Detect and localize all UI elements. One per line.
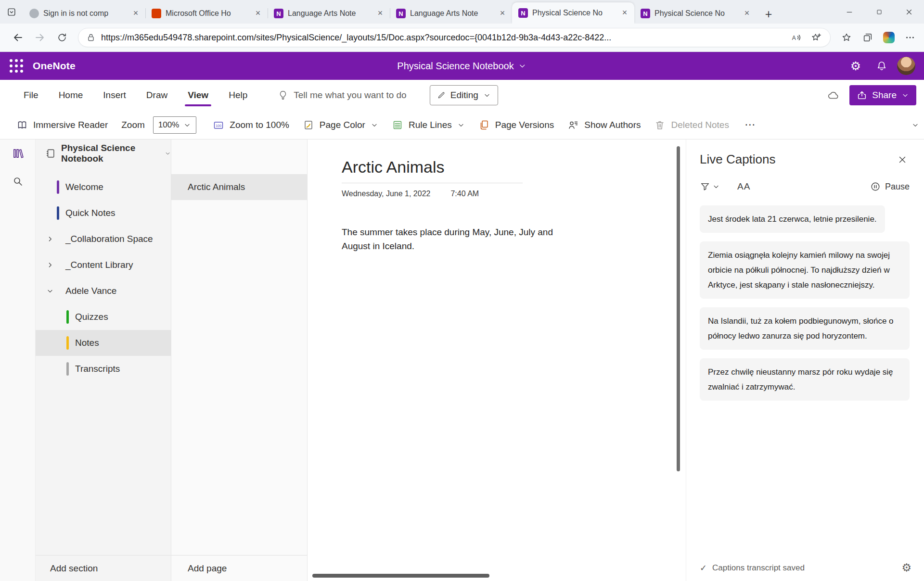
close-window-button[interactable] [894,0,924,24]
page-versions-label: Page Versions [495,120,554,130]
chevron-down-icon [518,62,527,70]
vertical-scrollbar[interactable] [677,146,680,471]
section-group-adele-vance[interactable]: Adele Vance [36,278,171,304]
tab-close-icon[interactable]: × [619,7,630,19]
section-quizzes[interactable]: Quizzes [36,304,171,330]
sync-status-cloud-icon[interactable] [822,84,845,106]
section-group-collaboration-space[interactable]: _Collaboration Space [36,226,171,252]
editing-mode-dropdown[interactable]: Editing [430,85,498,105]
section-transcripts[interactable]: Transcripts [36,356,171,382]
add-favorite-icon[interactable] [806,27,826,48]
chevron-down-icon [371,121,378,129]
browser-tab-language-arts-2[interactable]: Language Arts Note × [390,3,512,24]
immersive-reader-button[interactable]: Immersive Reader [10,111,115,139]
caption-language-dropdown[interactable] [700,181,720,192]
tab-close-icon[interactable]: × [374,8,386,19]
menu-insert[interactable]: Insert [93,80,136,111]
note-text[interactable]: The summer takes place during May, June,… [342,225,582,253]
app-launcher-icon[interactable] [5,54,28,77]
section-notes-selected[interactable]: Notes [36,330,171,356]
font-size-icon[interactable]: AA [737,181,750,192]
browser-tab-office-home[interactable]: Microsoft Office Ho × [145,3,268,24]
captions-settings-gear-icon[interactable]: ⚙ [901,562,911,573]
maximize-button[interactable] [864,0,894,24]
tab-title: Sign in is not comp [43,9,126,18]
url-text[interactable]: https://m365edu549478.sharepoint.com/sit… [101,33,786,43]
notebook-header-dropdown[interactable]: Physical Science Notebook [36,139,171,167]
zoom-to-100-button[interactable]: Zoom to 100% [206,111,296,139]
profile-icon[interactable] [879,27,899,48]
toolbar-more-icon[interactable]: ⋯ [736,118,764,131]
minimize-button[interactable] [834,0,864,24]
immersive-reader-icon [16,119,28,131]
menu-help[interactable]: Help [218,80,257,111]
user-avatar[interactable] [897,57,915,75]
pencil-icon [437,91,446,100]
horizontal-scrollbar[interactable] [312,574,489,578]
pages-pane: Arctic Animals Add page [171,139,308,581]
ribbon-collapse-icon[interactable] [911,121,919,129]
chevron-down-icon[interactable] [43,287,57,295]
section-label: Welcome [65,182,103,192]
page-item-arctic-animals[interactable]: Arctic Animals [171,174,307,200]
tab-actions-button[interactable] [0,0,23,24]
menu-file[interactable]: File [13,80,49,111]
menu-home[interactable]: Home [49,80,93,111]
page-color-button[interactable]: Page Color [296,111,385,139]
favorites-icon[interactable] [836,27,857,48]
zoom-level-dropdown[interactable]: 100% [153,116,196,134]
collections-icon[interactable] [858,27,878,48]
browser-tab-language-arts-1[interactable]: Language Arts Note × [268,3,390,24]
forward-button[interactable] [29,26,51,49]
tab-title: Physical Science No [532,9,615,17]
browser-tab-physical-science-active[interactable]: Physical Science No × [512,2,634,24]
tab-title: Microsoft Office Ho [166,9,248,18]
show-authors-button[interactable]: Show Authors [561,111,647,139]
new-tab-button[interactable]: + [758,4,779,24]
chevron-right-icon[interactable] [43,261,57,269]
menu-draw[interactable]: Draw [136,80,178,111]
share-button[interactable]: Share [849,85,916,105]
note-canvas[interactable]: Arctic Animals Wednesday, June 1, 2022 7… [308,139,686,581]
immersive-reader-label: Immersive Reader [33,120,108,130]
read-aloud-icon[interactable] [786,27,806,48]
caption-list: Jest środek lata 21 czerwca, letnie prze… [700,205,910,401]
notifications-bell-icon[interactable] [871,55,892,76]
deleted-notes-trash-icon [654,119,666,131]
pause-label: Pause [885,182,910,192]
browser-settings-icon[interactable] [900,27,920,48]
navigation-panes-icon[interactable] [0,139,36,167]
zoom-to-100-label: Zoom to 100% [230,120,289,130]
tell-me-search[interactable]: Tell me what you want to do [278,90,406,101]
notebook-title-dropdown[interactable]: Physical Science Notebook [397,61,526,72]
tab-close-icon[interactable]: × [130,8,141,19]
refresh-button[interactable] [51,26,73,49]
section-group-content-library[interactable]: _Content Library [36,252,171,278]
page-title[interactable]: Arctic Animals [342,158,686,177]
add-page-button[interactable]: Add page [171,555,307,581]
chevron-right-icon[interactable] [43,235,57,243]
tab-close-icon[interactable]: × [497,8,508,19]
search-icon[interactable] [0,167,36,195]
tab-close-icon[interactable]: × [741,8,753,19]
section-color-bar [66,362,69,376]
section-welcome[interactable]: Welcome [36,174,171,200]
menu-view[interactable]: View [178,80,218,111]
section-label: _Collaboration Space [65,234,153,244]
section-quick-notes[interactable]: Quick Notes [36,200,171,226]
deleted-notes-button[interactable]: Deleted Notes [647,111,735,139]
tab-close-icon[interactable]: × [252,8,264,19]
add-section-button[interactable]: Add section [36,555,171,581]
back-button[interactable] [7,26,29,49]
rule-lines-button[interactable]: Rule Lines [385,111,472,139]
url-field[interactable]: https://m365edu549478.sharepoint.com/sit… [78,28,831,47]
browser-tab-signin[interactable]: Sign in is not comp × [23,3,145,24]
close-captions-icon[interactable] [895,152,910,167]
section-list: Welcome Quick Notes _Collaboration Space… [36,167,171,382]
settings-gear-icon[interactable]: ⚙ [845,55,866,76]
lock-icon[interactable] [86,32,96,43]
onenote-app-header: OneNote Physical Science Notebook ⚙ [0,52,924,80]
browser-tab-physical-science-2[interactable]: Physical Science No × [634,3,757,24]
pause-captions-button[interactable]: Pause [870,181,910,192]
page-versions-button[interactable]: Page Versions [472,111,561,139]
